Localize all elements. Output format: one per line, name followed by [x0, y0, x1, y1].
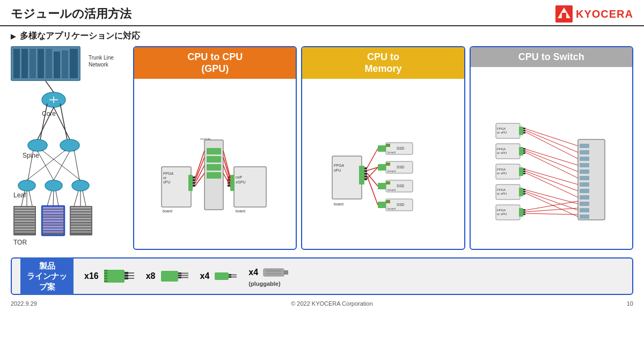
svg-line-79 — [83, 191, 86, 206]
svg-text:board: board — [387, 151, 396, 154]
connector-x8-icon — [160, 267, 189, 286]
svg-rect-132 — [386, 162, 390, 166]
svg-rect-101 — [230, 175, 235, 191]
svg-rect-196 — [580, 208, 589, 212]
svg-rect-167 — [519, 167, 523, 176]
svg-rect-228 — [178, 277, 181, 278]
svg-rect-191 — [580, 176, 589, 180]
page-header: モジュールの活用方法 KYOCERA — [0, 0, 644, 26]
svg-rect-9 — [46, 49, 52, 78]
cpu-switch-diagram-svg: FPGA or xPU FPGA or xPU FP — [495, 86, 608, 231]
svg-rect-118 — [359, 166, 364, 184]
svg-text:FPGA: FPGA — [497, 209, 506, 212]
svg-rect-225 — [161, 271, 178, 282]
svg-rect-90 — [193, 184, 195, 187]
svg-text:FPGA: FPGA — [497, 147, 506, 151]
svg-rect-239 — [266, 270, 282, 272]
svg-rect-233 — [229, 274, 231, 276]
svg-text:FPGA: FPGA — [334, 164, 344, 167]
cpu-to-cpu-header: CPU to CPU(GPU) — [134, 47, 296, 79]
svg-line-145 — [367, 149, 378, 168]
svg-rect-119 — [364, 167, 367, 169]
svg-rect-176 — [523, 191, 525, 193]
footer-page: 10 — [627, 300, 633, 307]
svg-rect-86 — [188, 175, 193, 191]
cpu-memory-diagram-svg: FPGA xPU board SSD board — [330, 92, 437, 237]
svg-rect-47 — [14, 228, 35, 230]
svg-rect-184 — [523, 213, 525, 215]
company-logo: KYOCERA — [555, 5, 633, 23]
svg-rect-186 — [580, 144, 589, 148]
svg-rect-223 — [104, 278, 107, 279]
svg-rect-154 — [523, 128, 525, 129]
svg-line-36 — [54, 151, 70, 180]
svg-text:or xPU: or xPU — [497, 151, 507, 154]
cpu-to-switch-header: CPU to Switch — [471, 47, 632, 67]
svg-text:xPU: xPU — [334, 168, 341, 172]
svg-rect-222 — [104, 275, 107, 277]
footer-date: 2022.9.29 — [11, 300, 37, 307]
svg-point-30 — [72, 180, 89, 191]
cpu-to-cpu-body: FPGA or xPU board — [134, 79, 296, 249]
svg-rect-142 — [386, 200, 390, 203]
svg-text:SSD: SSD — [397, 184, 404, 188]
svg-text:FPGA: FPGA — [163, 172, 173, 175]
svg-rect-234 — [229, 276, 231, 278]
svg-rect-190 — [580, 169, 589, 174]
svg-rect-6 — [21, 49, 28, 78]
svg-rect-55 — [43, 220, 63, 222]
svg-text:xGPU: xGPU — [236, 180, 246, 184]
svg-rect-120 — [364, 170, 367, 172]
svg-rect-221 — [104, 272, 107, 274]
footer-copyright: © 2022 KYOCERA Corporation — [37, 300, 627, 307]
svg-point-22 — [60, 139, 79, 151]
svg-rect-61 — [71, 207, 91, 209]
svg-rect-7 — [30, 49, 36, 78]
svg-text:FPGA: FPGA — [497, 168, 506, 171]
product-item-x4-pluggable: x4 (pluggable) — [248, 265, 289, 287]
svg-rect-63 — [71, 212, 91, 214]
svg-rect-42 — [14, 215, 35, 217]
svg-line-201 — [525, 149, 578, 165]
svg-text:board: board — [387, 169, 396, 173]
svg-rect-189 — [580, 163, 589, 167]
svg-rect-65 — [71, 218, 91, 219]
cpu-to-memory-panel: CPU toMemory FPGA xPU board — [301, 46, 465, 250]
svg-text:or xPU: or xPU — [497, 212, 507, 216]
svg-rect-115 — [332, 156, 362, 199]
svg-rect-181 — [519, 208, 523, 217]
page-title: モジュールの活用方法 — [11, 6, 131, 22]
svg-text:board: board — [163, 209, 172, 213]
svg-rect-122 — [364, 175, 367, 178]
main-content: 多様なアプリケーションに対応 Trunk Line Network — [0, 26, 644, 254]
svg-rect-94 — [207, 156, 221, 162]
product-label: 製品ラインナップ案 — [20, 257, 74, 295]
svg-line-77 — [74, 191, 78, 206]
svg-line-73 — [29, 191, 32, 206]
svg-rect-195 — [580, 202, 589, 206]
kyocera-logo-text: KYOCERA — [576, 8, 633, 20]
svg-rect-162 — [523, 150, 525, 152]
svg-text:SSD: SSD — [397, 203, 404, 206]
product-item-x4: x4 — [200, 268, 238, 284]
cpu-to-cpu-panel: CPU to CPU(GPU) FPGA or xPU board — [133, 46, 297, 250]
svg-rect-59 — [43, 231, 63, 233]
svg-rect-54 — [43, 218, 63, 219]
svg-rect-153 — [519, 127, 523, 135]
svg-rect-183 — [523, 211, 525, 213]
svg-line-75 — [53, 191, 54, 206]
svg-rect-156 — [523, 132, 525, 134]
svg-line-74 — [47, 191, 52, 206]
svg-rect-64 — [71, 215, 91, 217]
svg-text:xPU: xPU — [163, 180, 170, 184]
svg-rect-137 — [386, 181, 390, 184]
svg-rect-46 — [14, 226, 35, 227]
svg-text:or: or — [163, 176, 167, 180]
svg-point-28 — [18, 180, 35, 191]
network-topology-svg: Trunk Line Network Core Spine — [11, 46, 129, 245]
svg-line-76 — [56, 191, 58, 206]
svg-rect-70 — [71, 231, 91, 233]
svg-rect-131 — [378, 164, 386, 171]
svg-rect-88 — [193, 179, 195, 181]
svg-text:Trunk Line: Trunk Line — [89, 55, 114, 61]
